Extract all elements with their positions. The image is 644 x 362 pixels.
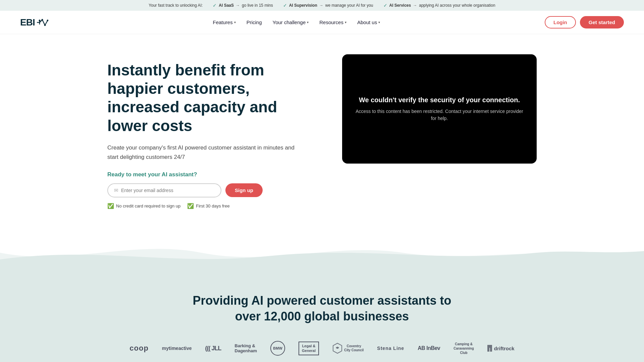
logo[interactable]: EBI	[20, 17, 48, 28]
banner-intro: Your fast track to unlocking AI:	[149, 3, 203, 8]
video-error-title: We couldn't verify the security of your …	[359, 96, 520, 104]
nav-item-resources[interactable]: Resources ▾	[319, 19, 346, 25]
brand-bmw: BMW	[270, 341, 285, 356]
hero-left: Instantly benefit from happier customers…	[107, 54, 302, 209]
svg-point-6	[41, 19, 43, 20]
navbar: EBI Features ▾ Pricing Your challenge ▾	[0, 11, 644, 34]
video-error-desc: Access to this content has been restrict…	[356, 108, 523, 122]
brand-camping-caravanning: Camping &CaravanningClub	[453, 342, 474, 355]
svg-point-7	[44, 24, 46, 26]
hero-badges: ✅ No credit card required to sign up ✅ F…	[107, 203, 302, 209]
brands-title: Providing AI powered customer assistants…	[188, 293, 456, 324]
email-form: ✉ Sign up	[107, 183, 302, 197]
badge-free-trial: ✅ First 30 days free	[187, 203, 229, 209]
nav-item-pricing[interactable]: Pricing	[247, 19, 262, 25]
svg-point-5	[39, 19, 40, 21]
brands-section: Providing AI powered customer assistants…	[0, 273, 644, 362]
nav-actions: Login Get started	[545, 16, 624, 28]
nav-item-about[interactable]: About us ▾	[357, 19, 380, 25]
brand-coventry: CoventryCity Council	[332, 343, 364, 354]
hero-description: Create your company's first AI powered c…	[107, 143, 302, 162]
top-banner: Your fast track to unlocking AI: ✓ AI Sa…	[0, 0, 644, 11]
nav-links: Features ▾ Pricing Your challenge ▾ Reso…	[213, 19, 380, 25]
check-icon-supervision: ✓	[283, 3, 287, 8]
hero-section: Instantly benefit from happier customers…	[87, 34, 557, 236]
brand-jll: ((( JLL	[205, 345, 221, 352]
check-icon-free: ✅	[187, 203, 194, 209]
nav-item-features[interactable]: Features ▾	[213, 19, 235, 25]
hero-title: Instantly benefit from happier customers…	[107, 61, 302, 135]
check-icon-no-cc: ✅	[107, 203, 114, 209]
badge-no-cc: ✅ No credit card required to sign up	[107, 203, 180, 209]
brands-grid: coop mytimeactive ((( JLL Barking &Dagen…	[20, 341, 624, 356]
brand-coop: coop	[129, 344, 149, 353]
logo-ai-icon	[36, 18, 48, 27]
brand-mytimeactive: mytimeactive	[162, 346, 192, 351]
banner-services[interactable]: ✓ AI Services → applying AI across your …	[383, 3, 495, 8]
banner-supervision[interactable]: ✓ AI Supervision → we manage your AI for…	[283, 3, 373, 8]
check-icon-saas: ✓	[213, 3, 217, 8]
login-button[interactable]: Login	[545, 16, 576, 28]
check-icon-services: ✓	[383, 3, 387, 8]
hero-cta-label: Ready to meet your AI assistant?	[107, 171, 302, 178]
email-icon: ✉	[114, 187, 118, 193]
brand-stena-line: Stena Line	[377, 346, 404, 351]
nav-item-challenge[interactable]: Your challenge ▾	[273, 19, 309, 25]
brand-legal-general: Legal &General	[299, 342, 319, 355]
banner-saas[interactable]: ✓ AI SaaS → go live in 15 mins	[213, 3, 273, 8]
get-started-button[interactable]: Get started	[580, 16, 624, 28]
signup-button[interactable]: Sign up	[225, 183, 263, 197]
brand-abinbev: AB InBev	[418, 345, 440, 351]
email-input[interactable]	[121, 188, 215, 193]
hero-right: We couldn't verify the security of your …	[342, 54, 537, 164]
brand-barking-dagenham: Barking &Dagenham	[235, 343, 257, 354]
video-box: We couldn't verify the security of your …	[342, 54, 537, 164]
wave-divider	[0, 233, 644, 273]
svg-line-3	[42, 20, 45, 25]
email-input-wrap[interactable]: ✉	[107, 183, 221, 197]
brand-driftrock: driftrock	[487, 345, 515, 352]
